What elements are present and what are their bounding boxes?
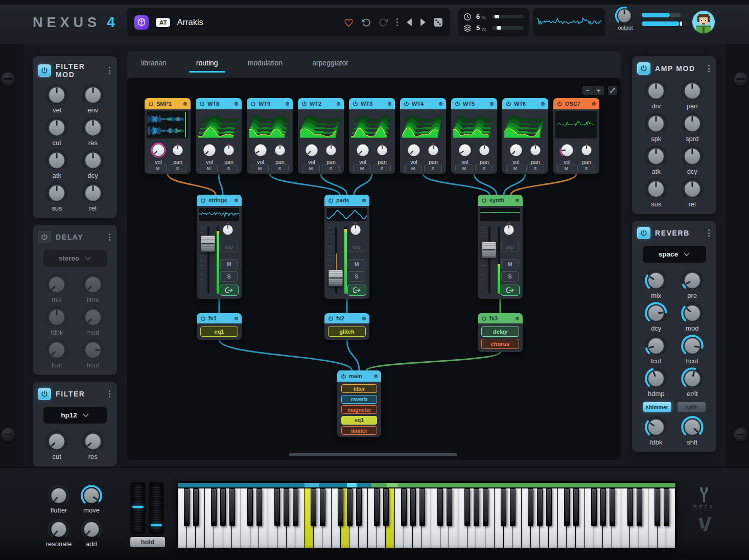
black-key[interactable] — [501, 488, 506, 526]
module-WT8-mute-button[interactable]: M — [200, 165, 218, 172]
module-synth-arp-button[interactable]: arp — [501, 242, 519, 252]
reverb-mix-knob[interactable] — [644, 268, 668, 293]
redo-icon[interactable] — [379, 18, 388, 27]
zoom-in-button[interactable]: + — [594, 86, 604, 95]
reverb-fdbk-knob[interactable] — [644, 415, 668, 439]
module-SMP1-solo-button[interactable]: S — [169, 165, 186, 172]
module-WT4-vol-knob[interactable] — [405, 141, 423, 159]
module-WT2-power-icon[interactable] — [301, 101, 307, 107]
module-WT8-power-icon[interactable] — [199, 101, 205, 107]
perform-move-knob[interactable] — [80, 484, 103, 507]
black-key[interactable] — [510, 488, 516, 526]
module-SMP1-pan-knob[interactable] — [170, 143, 185, 158]
module-WT6-mute-button[interactable]: M — [506, 165, 524, 172]
filter-mod-rel-knob[interactable] — [81, 181, 105, 205]
black-key[interactable] — [193, 488, 199, 526]
module-WT8-solo-button[interactable]: S — [220, 165, 238, 172]
module-SMP1-power-icon[interactable] — [148, 101, 154, 107]
module-WT5-pan-knob[interactable] — [477, 143, 492, 158]
filter-power-button[interactable] — [38, 388, 51, 400]
module-WT9-pan-knob[interactable] — [272, 143, 288, 158]
next-preset-icon[interactable] — [420, 18, 426, 26]
delay-mod-knob[interactable] — [81, 305, 105, 330]
master-slider-2-handle[interactable] — [680, 21, 682, 26]
module-main-effect-magnetic[interactable]: magnetic — [341, 405, 377, 414]
module-fx3-power-icon[interactable] — [481, 316, 487, 321]
black-key[interactable] — [654, 488, 660, 526]
reverb-lcut-knob[interactable] — [644, 334, 668, 358]
module-synth-pan-knob[interactable] — [501, 222, 517, 238]
module-WT6-vol-knob[interactable] — [507, 141, 525, 159]
module-WT4-mute-button[interactable]: M — [404, 165, 422, 172]
module-WT6-power-icon[interactable] — [506, 101, 511, 107]
reverb-dcy-knob[interactable] — [644, 301, 668, 325]
module-main-effect-reverb[interactable]: reverb — [341, 395, 377, 404]
black-key[interactable] — [383, 488, 389, 526]
module-WT6-solo-button[interactable]: S — [526, 165, 544, 172]
module-fx3-effect-chorus[interactable]: chorus — [481, 339, 519, 349]
black-key[interactable] — [600, 488, 606, 526]
black-key[interactable] — [293, 488, 298, 526]
amp-mod-spk-knob[interactable] — [644, 111, 668, 136]
module-WT2-pan-knob[interactable] — [323, 143, 339, 158]
filter-mod-sus-knob[interactable] — [44, 181, 69, 205]
module-WT3-pan-knob[interactable] — [374, 143, 390, 158]
module-pads-power-icon[interactable] — [328, 198, 334, 203]
amp-mod-rel-knob[interactable] — [680, 177, 705, 201]
module-main-effect-eq1[interactable]: eq1 — [341, 416, 377, 425]
module-fx2-power-icon[interactable] — [328, 316, 334, 321]
black-key[interactable] — [311, 488, 316, 526]
tab-librarian[interactable]: librarian — [134, 55, 174, 74]
module-strings-arp-button[interactable]: arp — [220, 242, 238, 252]
hold-button[interactable]: hold — [130, 536, 166, 548]
module-WT9-mute-button[interactable]: M — [251, 165, 269, 172]
delay-mode-dropdown[interactable]: stereo — [43, 250, 107, 267]
module-strings-mute-button[interactable]: M — [220, 259, 238, 269]
filter-mod-dcy-knob[interactable] — [81, 148, 105, 173]
module-WT9-vol-knob[interactable] — [251, 141, 270, 159]
module-pads-solo-button[interactable]: S — [348, 271, 365, 282]
black-key[interactable] — [220, 488, 226, 526]
reverb-toggle-split[interactable]: split — [677, 402, 706, 412]
black-key[interactable] — [229, 488, 235, 526]
module-main-effect-limiter[interactable]: limiter — [341, 426, 377, 435]
black-key[interactable] — [447, 488, 452, 526]
module-WT5-vol-knob[interactable] — [456, 141, 474, 159]
module-OSC7-vol-knob[interactable] — [558, 141, 576, 159]
filter-mode-dropdown[interactable]: hp12 — [43, 407, 107, 424]
filter-mod-power-button[interactable] — [38, 64, 51, 77]
black-key[interactable] — [664, 488, 669, 526]
filter-mod-atk-knob[interactable] — [44, 148, 69, 173]
amp-mod-sprd-knob[interactable] — [680, 111, 705, 136]
module-synth-power-icon[interactable] — [481, 198, 487, 203]
filter-mod-menu-button[interactable] — [107, 65, 112, 76]
module-OSC7-pan-knob[interactable] — [579, 143, 594, 158]
reverb-menu-button[interactable] — [707, 228, 711, 238]
output-knob[interactable] — [614, 6, 635, 26]
module-synth-solo-button[interactable]: S — [501, 271, 519, 282]
module-main-effect-filter[interactable]: filter — [341, 384, 377, 393]
black-key[interactable] — [627, 488, 633, 526]
module-WT5-solo-button[interactable]: S — [475, 165, 493, 172]
module-OSC7-solo-button[interactable]: S — [577, 165, 595, 172]
black-key[interactable] — [320, 488, 325, 526]
module-OSC7-power-icon[interactable] — [557, 101, 563, 107]
avatar[interactable] — [692, 11, 715, 33]
amp-mod-dcy-knob[interactable] — [680, 144, 705, 169]
black-key[interactable] — [610, 488, 615, 526]
module-fx3-effect-delay[interactable]: delay — [481, 326, 519, 337]
amp-mod-sus-knob[interactable] — [644, 177, 668, 201]
previous-preset-icon[interactable] — [407, 18, 412, 26]
module-synth-mute-button[interactable]: M — [501, 259, 519, 269]
tab-modulation[interactable]: modulation — [241, 55, 290, 74]
module-strings-output-routing-button[interactable] — [220, 285, 239, 296]
voices-slider-handle[interactable] — [497, 26, 501, 30]
black-key[interactable] — [564, 488, 570, 526]
module-WT3-power-icon[interactable] — [353, 101, 358, 107]
reverb-mod-knob[interactable] — [680, 301, 705, 325]
module-WT4-power-icon[interactable] — [404, 101, 409, 107]
filter-mod-res-knob[interactable] — [81, 115, 105, 140]
reverb-shft-knob[interactable] — [680, 415, 705, 439]
amp-mod-drv-knob[interactable] — [644, 79, 668, 103]
tab-routing[interactable]: routing — [189, 55, 225, 74]
